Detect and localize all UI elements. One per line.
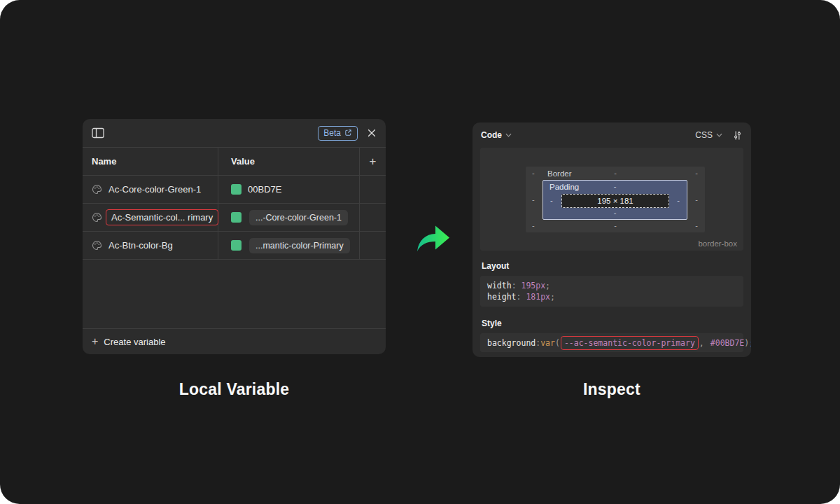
style-section-title: Style xyxy=(482,318,742,328)
annotation-highlight-box: Ac-Semantic-col... rimary xyxy=(106,209,218,225)
inspect-panel-header: Code CSS xyxy=(472,122,751,148)
content-dimensions: 195 × 181 xyxy=(597,197,633,205)
table-row[interactable]: Ac-Semantic-col... rimary ...-Core-color… xyxy=(83,204,386,232)
fallback-hex-value: #00BD7E xyxy=(710,337,744,349)
padding-bottom-value: - xyxy=(614,209,617,217)
row-extra-cell xyxy=(360,204,386,231)
css-language-dropdown[interactable]: CSS xyxy=(695,130,713,140)
table-empty-area xyxy=(83,260,386,328)
table-row[interactable]: Ac-Btn-color-Bg ...mantic-color-Primary xyxy=(83,232,386,260)
variable-name-cell[interactable]: Ac-Semantic-col... rimary xyxy=(83,204,218,231)
row-extra-cell xyxy=(360,232,386,259)
chevron-down-icon[interactable] xyxy=(505,133,512,137)
variable-value: 00BD7E xyxy=(248,184,281,195)
settings-sliders-icon[interactable] xyxy=(732,130,743,141)
add-variable-column-button[interactable]: + xyxy=(360,148,386,175)
css-property: background xyxy=(487,337,536,349)
variable-value-cell[interactable]: 00BD7E xyxy=(218,176,360,203)
css-variable-name: --ac-semantic-color-primary xyxy=(564,337,695,349)
border-radius-value: - xyxy=(695,222,698,230)
external-link-icon xyxy=(344,129,352,136)
create-variable-button[interactable]: + Create variable xyxy=(83,328,386,354)
annotation-highlight-box: --ac-semantic-color-primary xyxy=(561,336,699,350)
padding-right-value: - xyxy=(677,196,680,204)
beta-badge-label: Beta xyxy=(323,128,341,138)
local-variables-panel: Beta Name Value + xyxy=(83,119,386,354)
dark-background: Beta Name Value + xyxy=(0,0,840,504)
variable-name: Ac-Btn-color-Bg xyxy=(108,240,173,251)
green-arrow xyxy=(414,222,451,254)
padding-top-value: - xyxy=(614,183,617,190)
page: Beta Name Value + xyxy=(0,0,840,504)
content-size-box: 195 × 181 xyxy=(561,194,669,208)
box-model-diagram: - Border - - - - - - - Padding - - - - xyxy=(480,148,743,251)
variable-name: Ac-Core-color-Green-1 xyxy=(108,184,201,195)
variable-name-cell[interactable]: Ac-Core-color-Green-1 xyxy=(83,176,218,203)
style-code-block: background: var(--ac-semantic-color-prim… xyxy=(480,333,743,352)
color-swatch[interactable] xyxy=(231,240,241,251)
plus-icon: + xyxy=(92,336,98,347)
code-line-width: width: 195px; xyxy=(487,280,736,291)
plus-icon: + xyxy=(370,155,377,167)
row-extra-cell xyxy=(360,176,386,203)
variable-value-cell[interactable]: ...mantic-color-Primary xyxy=(218,232,360,259)
create-variable-label: Create variable xyxy=(104,337,165,347)
variable-name-cell[interactable]: Ac-Btn-color-Bg xyxy=(83,232,218,259)
variable-alias-pill[interactable]: ...mantic-color-Primary xyxy=(249,238,350,253)
border-right-value: - xyxy=(695,196,698,204)
inspect-panel: Code CSS xyxy=(472,122,751,357)
variables-panel-header: Beta xyxy=(83,119,386,148)
border-label: Border xyxy=(547,169,572,178)
palette-icon xyxy=(92,240,102,251)
border-bottom-value: - xyxy=(614,222,617,230)
color-swatch[interactable] xyxy=(231,184,241,195)
table-row[interactable]: Ac-Core-color-Green-1 00BD7E xyxy=(83,176,386,204)
border-radius-value: - xyxy=(532,222,535,230)
variable-value-cell[interactable]: ...-Core-color-Green-1 xyxy=(218,204,360,231)
code-line-height: height: 181px; xyxy=(487,291,736,302)
padding-label: Padding xyxy=(550,183,579,191)
code-dropdown[interactable]: Code xyxy=(481,130,502,140)
variable-alias-pill[interactable]: ...-Core-color-Green-1 xyxy=(249,210,348,225)
border-box: - Border - - - - - - - Padding - - - - xyxy=(526,167,705,232)
padding-left-value: - xyxy=(550,196,553,204)
padding-box: Padding - - - - 195 × 181 xyxy=(542,180,687,220)
border-left-value: - xyxy=(532,196,535,204)
right-caption: Inspect xyxy=(472,380,751,399)
variable-name: Ac-Semantic-col... rimary xyxy=(111,212,213,223)
beta-badge[interactable]: Beta xyxy=(318,126,358,141)
sidebar-toggle-icon[interactable] xyxy=(92,127,104,139)
palette-icon xyxy=(92,212,102,223)
column-header-name: Name xyxy=(83,148,218,175)
var-function: var xyxy=(540,337,555,349)
left-caption: Local Variable xyxy=(83,380,386,399)
border-radius-value: - xyxy=(532,169,535,177)
chevron-down-icon[interactable] xyxy=(716,133,722,137)
palette-icon xyxy=(92,184,102,195)
box-sizing-label: border-box xyxy=(698,239,737,248)
close-icon[interactable] xyxy=(367,128,377,138)
table-header-row: Name Value + xyxy=(83,148,386,176)
layout-section-title: Layout xyxy=(482,261,742,271)
column-header-value: Value xyxy=(218,148,360,175)
border-radius-value: - xyxy=(695,169,698,177)
border-top-value: - xyxy=(614,169,617,177)
layout-code-block: width: 195px; height: 181px; xyxy=(480,276,743,307)
color-swatch[interactable] xyxy=(231,212,241,223)
